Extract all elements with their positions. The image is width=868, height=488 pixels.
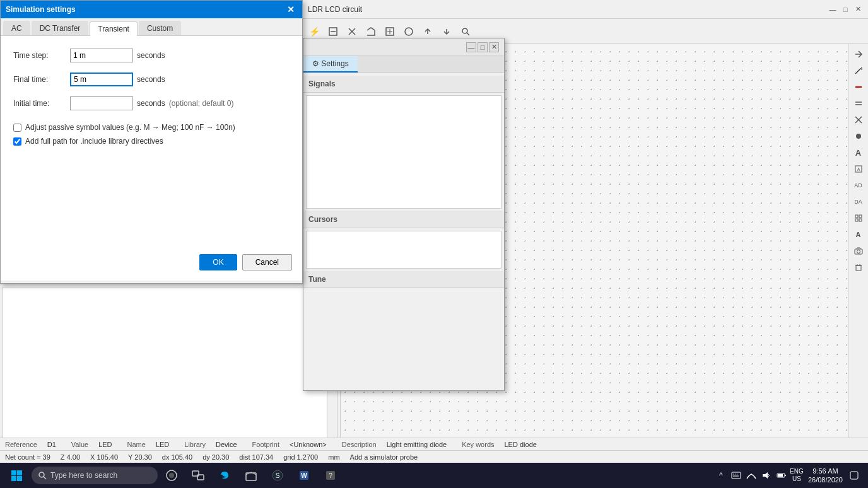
main-window-title: LDR LCD circuit bbox=[308, 5, 828, 14]
cancel-button[interactable]: Cancel bbox=[242, 254, 292, 270]
checkbox-add-full-path[interactable] bbox=[13, 137, 21, 146]
tray-language[interactable]: ENGUS bbox=[790, 469, 803, 482]
taskbar-icon-word[interactable]: W bbox=[291, 463, 317, 488]
sidebar-btn-text[interactable]: A bbox=[851, 227, 866, 242]
taskbar-icon-explorer[interactable] bbox=[238, 463, 264, 488]
tray-battery[interactable] bbox=[775, 469, 788, 482]
comp-description-value: Light emitting diode bbox=[387, 441, 447, 448]
sidebar-btn-trash[interactable] bbox=[851, 260, 866, 275]
comp-description-label: Description bbox=[342, 441, 377, 448]
sidebar-btn-dot[interactable] bbox=[851, 129, 866, 144]
tray-notification[interactable] bbox=[848, 469, 860, 482]
sim-dialog-title: Simulation settings bbox=[6, 5, 284, 14]
svg-rect-27 bbox=[856, 265, 861, 270]
svg-line-11 bbox=[467, 33, 469, 35]
comp-keywords-label: Key words bbox=[462, 441, 494, 448]
probe-close-btn[interactable]: ✕ bbox=[489, 42, 499, 52]
probe-cursors-box bbox=[306, 231, 501, 269]
sidebar-btn-box-a[interactable]: A bbox=[851, 161, 866, 177]
sidebar-btn-x[interactable] bbox=[851, 112, 866, 127]
tab-transient[interactable]: Transient bbox=[90, 21, 138, 36]
timestep-input[interactable] bbox=[70, 49, 133, 62]
finaltime-label: Final time: bbox=[13, 75, 70, 84]
taskbar: Type here to search S W ? ^ ENG bbox=[0, 463, 868, 488]
initialtime-input[interactable] bbox=[70, 96, 133, 110]
ok-button[interactable]: OK bbox=[199, 254, 237, 270]
taskbar-icon-taskview[interactable] bbox=[185, 463, 211, 488]
sidebar-btn-line2[interactable] bbox=[851, 96, 866, 111]
probe-signals-box bbox=[306, 95, 501, 209]
taskbar-search-placeholder: Type here to search bbox=[50, 471, 117, 480]
svg-rect-61 bbox=[17, 476, 22, 481]
initialtime-label: Initial time: bbox=[13, 99, 70, 108]
comp-keywords-value: LED diode bbox=[505, 441, 537, 448]
main-close-btn[interactable]: ✕ bbox=[853, 4, 863, 15]
checkbox-adjust-passive-row: Adjust passive symbol values (e.g. M → M… bbox=[13, 123, 290, 132]
sim-checkboxes: Adjust passive symbol values (e.g. M → M… bbox=[13, 123, 290, 146]
status-dx: dx 105.40 bbox=[162, 453, 192, 461]
tray-chevron[interactable]: ^ bbox=[715, 469, 727, 482]
sidebar-btn-pen[interactable] bbox=[851, 63, 866, 78]
main-maximize-btn[interactable]: □ bbox=[840, 4, 850, 15]
comp-library-label: Library bbox=[184, 441, 206, 448]
sim-close-button[interactable]: ✕ bbox=[284, 3, 297, 16]
probe-settings-icon: ⚙ bbox=[312, 59, 319, 68]
probe-cursors-section: Cursors bbox=[303, 211, 504, 228]
status-cursor-x: X 105.40 bbox=[90, 453, 118, 461]
status-zoom: Z 4.00 bbox=[61, 453, 80, 461]
main-minimize-btn[interactable]: — bbox=[828, 4, 838, 15]
svg-line-12 bbox=[855, 69, 860, 74]
comp-library-value: Device bbox=[216, 441, 237, 448]
sidebar-btn-arrow[interactable] bbox=[851, 47, 866, 62]
status-dy: dy 20.30 bbox=[202, 453, 229, 461]
comp-name-value: LED bbox=[156, 441, 169, 448]
taskbar-icon-steam[interactable]: S bbox=[265, 463, 290, 488]
taskbar-search-bar[interactable]: Type here to search bbox=[32, 467, 158, 484]
checkbox-adjust-passive-label: Adjust passive symbol values (e.g. M → M… bbox=[25, 123, 235, 132]
tab-custom[interactable]: Custom bbox=[139, 21, 181, 35]
tray-language-text: ENGUS bbox=[790, 468, 804, 483]
svg-point-26 bbox=[857, 250, 860, 253]
svg-rect-21 bbox=[855, 215, 858, 218]
checkbox-adjust-passive[interactable] bbox=[13, 124, 21, 132]
tray-datetime[interactable]: 9:56 AM 26/08/2020 bbox=[806, 467, 845, 485]
finaltime-input[interactable] bbox=[70, 73, 133, 86]
checkbox-add-full-path-label: Add full path for .include library direc… bbox=[25, 137, 163, 146]
svg-rect-82 bbox=[785, 475, 786, 476]
sidebar-btn-line1[interactable] bbox=[851, 79, 866, 95]
svg-line-63 bbox=[44, 477, 46, 479]
probe-tab-settings[interactable]: ⚙ Settings bbox=[303, 56, 358, 73]
sim-dialog-buttons: OK Cancel bbox=[199, 254, 292, 270]
comp-footprint-label: Footprint bbox=[252, 441, 279, 448]
svg-rect-58 bbox=[11, 470, 16, 475]
probe-maximize-btn[interactable]: □ bbox=[478, 42, 488, 52]
start-button[interactable] bbox=[3, 463, 30, 488]
tray-volume[interactable] bbox=[760, 469, 773, 482]
comp-value-value: LED bbox=[98, 441, 112, 448]
tab-dc-transfer[interactable]: DC Transfer bbox=[32, 21, 89, 35]
svg-rect-83 bbox=[778, 474, 783, 477]
sidebar-btn-camera[interactable] bbox=[851, 243, 866, 259]
svg-rect-59 bbox=[17, 470, 22, 475]
timestep-label: Time step: bbox=[13, 51, 70, 60]
taskbar-icon-extra[interactable]: ? bbox=[318, 463, 343, 488]
sidebar-btn-da[interactable]: DA bbox=[851, 194, 866, 209]
finaltime-row: Final time: seconds bbox=[13, 73, 290, 86]
svg-point-7 bbox=[405, 28, 413, 35]
svg-point-62 bbox=[39, 472, 44, 477]
sidebar-btn-grid[interactable] bbox=[851, 211, 866, 226]
finaltime-unit: seconds bbox=[137, 75, 165, 84]
taskbar-icon-edge[interactable] bbox=[212, 463, 237, 488]
tray-time-value: 9:56 AM bbox=[808, 467, 843, 475]
sidebar-btn-ad[interactable]: AD bbox=[851, 178, 866, 193]
initialtime-hint: (optional; default 0) bbox=[169, 99, 234, 108]
tray-network[interactable] bbox=[745, 469, 758, 482]
svg-text:A: A bbox=[857, 167, 860, 171]
comp-reference-value: D1 bbox=[47, 441, 56, 448]
taskbar-tray: ^ ENGUS 9:56 AM 26/08/2020 bbox=[710, 467, 865, 485]
sidebar-btn-a[interactable]: A bbox=[851, 145, 866, 160]
taskbar-icon-cortana[interactable] bbox=[159, 463, 184, 488]
tray-keyboard[interactable] bbox=[730, 469, 742, 482]
tab-ac[interactable]: AC bbox=[3, 21, 30, 35]
probe-minimize-btn[interactable]: — bbox=[466, 42, 476, 52]
